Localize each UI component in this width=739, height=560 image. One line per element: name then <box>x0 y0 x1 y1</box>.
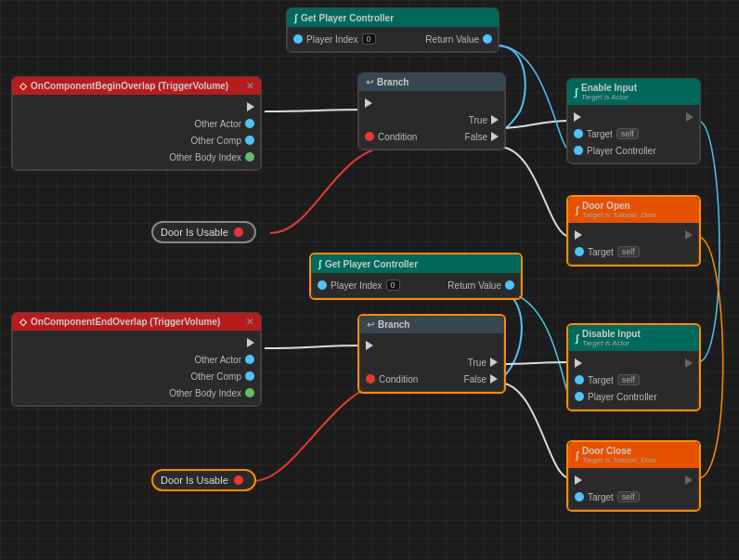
branch-1-header: ↩ Branch <box>358 73 505 91</box>
disable-input-target-pin[interactable] <box>575 375 584 384</box>
enable-input-subtitle: Target is Actor <box>581 93 637 101</box>
door-is-usable-2-node: Door Is Usable <box>151 469 256 491</box>
branch-1-true-pin[interactable] <box>491 115 499 124</box>
disable-input-title: Disable Input <box>582 329 641 339</box>
enable-input-pc-row: Player Controller <box>568 142 699 159</box>
blueprint-canvas: ∫ Get Player Controller Player Index 0 R… <box>0 0 739 560</box>
on-end-exec-row <box>13 334 260 351</box>
branch-2-body: True Condition False <box>359 333 504 392</box>
door-close-body: Target self <box>568 468 699 510</box>
door-is-usable-2-pin[interactable] <box>234 475 243 485</box>
branch-2-node: ↩ Branch True Condition <box>357 314 506 394</box>
player-index-pin[interactable] <box>293 34 303 44</box>
on-end-other-comp-label: Other Comp <box>191 371 241 382</box>
on-end-other-actor-row: Other Actor <box>13 351 260 368</box>
branch-2-condition-row: Condition False <box>360 371 503 387</box>
on-end-body-index-pin[interactable] <box>245 388 254 397</box>
disable-input-node: ∫ Disable Input Target is Actor Target s… <box>566 323 701 411</box>
door-is-usable-1-node: Door Is Usable <box>151 221 256 243</box>
on-begin-exec-out[interactable] <box>247 102 254 111</box>
door-is-usable-1-label: Door Is Usable <box>161 227 228 238</box>
enable-input-exec-out[interactable] <box>686 112 694 122</box>
disable-input-pc-pin[interactable] <box>575 392 584 401</box>
get-player-controller-1-title: Get Player Controller <box>301 13 394 23</box>
branch-2-true-pin[interactable] <box>490 358 498 367</box>
on-begin-other-actor-row: Other Actor <box>13 115 260 132</box>
branch-1-body: True Condition False <box>358 91 505 150</box>
door-open-exec-out[interactable] <box>685 230 693 240</box>
disable-input-subtitle: Target is Actor <box>582 339 641 347</box>
disable-input-header: ∫ Disable Input Target is Actor <box>568 325 699 351</box>
gpc2-return-value-pin[interactable] <box>505 280 514 290</box>
on-begin-other-comp-label: Other Comp <box>191 136 241 146</box>
branch-2-title: Branch <box>378 319 409 330</box>
on-end-overlap-close[interactable]: ✕ <box>246 317 253 327</box>
on-begin-body-index-row: Other Body Index <box>13 149 260 165</box>
door-open-exec-row <box>569 227 698 243</box>
disable-input-target-row: Target self <box>569 371 698 388</box>
door-close-node: ∫ Door Close Target is Tutorial_Door Tar… <box>566 440 701 512</box>
branch-1-false-pin[interactable] <box>491 132 499 141</box>
branch-2-true-row: True <box>360 354 503 371</box>
on-begin-overlap-header: ◇ OnComponentBeginOverlap (TriggerVolume… <box>12 77 261 95</box>
door-close-target-pin[interactable] <box>575 492 584 501</box>
on-begin-overlap-close[interactable]: ✕ <box>246 81 253 91</box>
gpc2-player-index-row: Player Index 0 Return Value <box>312 277 520 293</box>
on-end-overlap-node: ◇ OnComponentEndOverlap (TriggerVolume) … <box>11 312 262 407</box>
branch-1-true-label: True <box>469 115 487 125</box>
branch-2-false-pin[interactable] <box>490 374 498 384</box>
gpc2-return-value-label: Return Value <box>447 280 501 291</box>
enable-input-node: ∫ Enable Input Target is Actor Target se… <box>566 78 701 164</box>
on-end-body-index-row: Other Body Index <box>13 384 260 401</box>
branch-1-node: ↩ Branch True Condition <box>357 72 506 150</box>
on-end-exec-out[interactable] <box>247 338 254 347</box>
door-open-target-pin[interactable] <box>575 247 584 256</box>
return-value-pin[interactable] <box>483 34 492 44</box>
on-begin-other-comp-pin[interactable] <box>245 136 254 145</box>
on-end-other-actor-pin[interactable] <box>245 355 254 364</box>
branch-1-true-row: True <box>359 111 504 128</box>
on-begin-body-index-pin[interactable] <box>245 152 254 162</box>
enable-input-exec-in[interactable] <box>574 112 581 122</box>
door-close-exec-row <box>569 472 698 488</box>
door-close-exec-out[interactable] <box>685 475 693 485</box>
door-close-self-badge: self <box>617 491 640 502</box>
enable-input-pc-pin[interactable] <box>574 146 583 155</box>
enable-input-target-pin[interactable] <box>574 129 583 138</box>
get-player-controller-1-header: ∫ Get Player Controller <box>287 8 499 27</box>
disable-input-exec-out[interactable] <box>685 358 693 368</box>
branch-2-header: ↩ Branch <box>359 316 504 333</box>
branch-2-exec-in[interactable] <box>366 341 373 350</box>
branch-1-condition-row: Condition False <box>359 128 504 145</box>
disable-input-exec-in[interactable] <box>575 358 582 368</box>
get-player-controller-2-header: ∫ Get Player Controller <box>311 254 521 273</box>
on-begin-exec-row <box>13 98 260 115</box>
get-player-controller-2-title: Get Player Controller <box>325 259 418 269</box>
branch-2-true-label: True <box>468 358 486 368</box>
door-close-exec-in[interactable] <box>575 475 582 485</box>
on-end-other-actor-label: Other Actor <box>194 355 241 365</box>
door-open-target-row: Target self <box>569 243 698 260</box>
on-end-other-comp-pin[interactable] <box>245 371 254 381</box>
door-close-target-row: Target self <box>569 488 698 505</box>
branch-2-exec-row <box>360 337 503 354</box>
gpc2-player-index-pin[interactable] <box>318 280 327 290</box>
branch-2-condition-pin[interactable] <box>366 374 375 384</box>
branch-2-condition-label: Condition <box>379 374 418 384</box>
door-open-header: ∫ Door Open Target is Tutorial_Door <box>568 197 699 223</box>
branch-1-condition-pin[interactable] <box>365 132 374 141</box>
disable-input-pc-label: Player Controller <box>588 392 656 402</box>
door-open-title: Door Open <box>582 201 656 211</box>
door-open-exec-in[interactable] <box>575 230 582 240</box>
enable-input-target-label: Target <box>587 129 613 139</box>
return-value-label: Return Value <box>425 34 479 45</box>
gpc2-player-index-label: Player Index <box>331 280 382 291</box>
disable-input-pc-row: Player Controller <box>569 388 698 405</box>
on-begin-other-actor-pin[interactable] <box>245 119 254 128</box>
door-open-node: ∫ Door Open Target is Tutorial_Door Targ… <box>566 195 701 267</box>
branch-1-exec-in[interactable] <box>365 98 372 108</box>
on-begin-overlap-body: Other Actor Other Comp Other Body Index <box>12 95 261 170</box>
enable-input-target-row: Target self <box>568 125 699 142</box>
door-is-usable-1-pin[interactable] <box>234 228 243 237</box>
player-index-row: Player Index 0 Return Value <box>288 31 498 47</box>
